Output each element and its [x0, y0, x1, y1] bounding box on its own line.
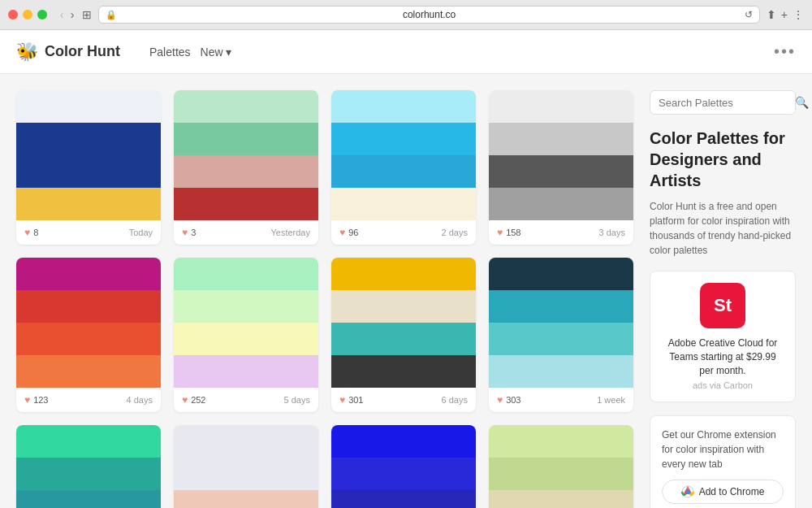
extensions-button[interactable]: ⋮ — [793, 8, 804, 21]
palette-footer: ♥ 301 6 days — [331, 388, 476, 412]
color-swatch — [174, 323, 318, 355]
heart-icon: ♥ — [182, 227, 188, 238]
main-content: ♥ 8 Today ♥ 3 Yesterday ♥ 96 2 days ♥ — [0, 74, 812, 508]
add-chrome-button[interactable]: Add to Chrome — [662, 480, 784, 504]
like-count: 8 — [33, 228, 38, 237]
chrome-icon — [681, 485, 694, 498]
palette-colors — [174, 258, 318, 388]
maximize-btn[interactable] — [37, 10, 47, 20]
color-swatch — [16, 458, 161, 490]
palette-card[interactable] — [331, 425, 476, 508]
like-section: ♥ 3 — [182, 227, 196, 238]
palette-card[interactable]: ♥ 96 2 days — [331, 90, 476, 245]
like-count: 158 — [506, 228, 520, 237]
color-swatch — [331, 355, 476, 388]
close-btn[interactable] — [8, 10, 18, 20]
bookmark-button[interactable]: + — [781, 8, 788, 21]
color-swatch — [489, 425, 633, 458]
color-swatch — [489, 123, 633, 155]
color-swatch — [331, 155, 476, 188]
color-swatch — [331, 290, 476, 323]
share-button[interactable]: ⬆ — [767, 8, 776, 21]
sidebar-description: Color Hunt is a free and open platform f… — [650, 199, 796, 258]
color-swatch — [174, 90, 318, 123]
palette-footer: ♥ 96 2 days — [331, 220, 476, 245]
chrome-ext-text: Get our Chrome extension for color inspi… — [662, 428, 784, 471]
color-swatch — [331, 425, 476, 458]
search-input[interactable] — [659, 97, 795, 109]
palette-card[interactable]: ♥ 3 Yesterday — [174, 90, 318, 245]
like-section: ♥ 303 — [497, 394, 520, 406]
palette-footer: ♥ 158 3 days — [489, 220, 633, 245]
palette-card[interactable]: ♥ 123 4 days — [16, 258, 161, 412]
color-swatch — [489, 458, 633, 490]
color-swatch — [16, 123, 161, 155]
like-count: 123 — [33, 395, 48, 405]
palette-colors — [331, 425, 476, 508]
chrome-extension-box: Get our Chrome extension for color inspi… — [650, 415, 796, 508]
like-section: ♥ 8 — [24, 227, 38, 238]
heart-icon: ♥ — [24, 227, 30, 238]
like-section: ♥ 123 — [24, 394, 48, 406]
color-swatch — [489, 490, 633, 508]
forward-button[interactable]: › — [69, 8, 76, 21]
palette-card[interactable]: ♥ 252 5 days — [174, 258, 318, 412]
palette-colors — [489, 90, 633, 220]
palette-card[interactable] — [489, 425, 633, 508]
back-button[interactable]: ‹ — [58, 8, 66, 21]
color-swatch — [174, 155, 318, 188]
heart-icon: ♥ — [497, 394, 503, 406]
sidebar-heading: Color Palettes for Designers and Artists — [650, 128, 796, 191]
lock-icon: 🔒 — [106, 10, 117, 20]
palette-grid: ♥ 8 Today ♥ 3 Yesterday ♥ 96 2 days ♥ — [16, 90, 633, 508]
minimize-btn[interactable] — [23, 10, 32, 20]
logo-text: Color Hunt — [45, 43, 120, 60]
like-count: 252 — [191, 395, 205, 405]
like-count: 301 — [348, 395, 363, 405]
color-swatch — [331, 188, 476, 220]
palette-card[interactable] — [16, 425, 161, 508]
color-swatch — [16, 290, 161, 323]
more-button[interactable]: ••• — [774, 42, 796, 61]
color-swatch — [331, 258, 476, 290]
color-swatch — [489, 355, 633, 388]
refresh-icon[interactable]: ↺ — [745, 9, 753, 20]
palette-card[interactable]: ♥ 303 1 week — [489, 258, 633, 412]
search-icon: 🔍 — [795, 96, 809, 109]
palette-footer: ♥ 303 1 week — [489, 388, 633, 412]
palettes-nav[interactable]: Palettes — [140, 46, 201, 59]
palette-card[interactable] — [174, 425, 318, 508]
color-swatch — [174, 425, 318, 458]
time-label: 5 days — [284, 395, 310, 405]
address-bar[interactable]: 🔒 colorhunt.co ↺ — [98, 6, 759, 24]
time-label: Today — [129, 228, 153, 237]
palette-colors — [331, 258, 476, 388]
color-swatch — [16, 90, 161, 123]
time-label: 4 days — [127, 395, 153, 405]
app-bar-right: ••• — [774, 42, 796, 61]
color-swatch — [489, 90, 633, 123]
ad-box[interactable]: St Adobe Creative Cloud for Teams starti… — [650, 271, 796, 402]
add-chrome-label: Add to Chrome — [699, 486, 765, 497]
search-bar[interactable]: 🔍 — [650, 90, 796, 115]
palette-footer: ♥ 3 Yesterday — [174, 220, 318, 245]
palette-card[interactable]: ♥ 8 Today — [16, 90, 161, 245]
color-swatch — [16, 155, 161, 188]
palette-card[interactable]: ♥ 158 3 days — [489, 90, 633, 245]
heart-icon: ♥ — [497, 227, 503, 238]
color-swatch — [174, 458, 318, 490]
palette-colors — [489, 425, 633, 508]
palette-card[interactable]: ♥ 301 6 days — [331, 258, 476, 412]
color-swatch — [331, 90, 476, 123]
palette-footer: ♥ 252 5 days — [174, 388, 318, 412]
palette-colors — [489, 258, 633, 388]
svg-point-2 — [685, 490, 689, 494]
ad-sub: ads via Carbon — [662, 380, 784, 390]
new-nav[interactable]: New ▾ — [201, 46, 231, 59]
sidebar-toggle[interactable]: ⊞ — [82, 8, 92, 21]
browser-chrome: ‹ › ⊞ 🔒 colorhunt.co ↺ ⬆ + ⋮ — [0, 0, 812, 30]
logo[interactable]: 🐝 Color Hunt — [16, 41, 120, 63]
color-swatch — [489, 323, 633, 355]
ad-logo: St — [700, 283, 745, 328]
heart-icon: ♥ — [182, 394, 188, 406]
